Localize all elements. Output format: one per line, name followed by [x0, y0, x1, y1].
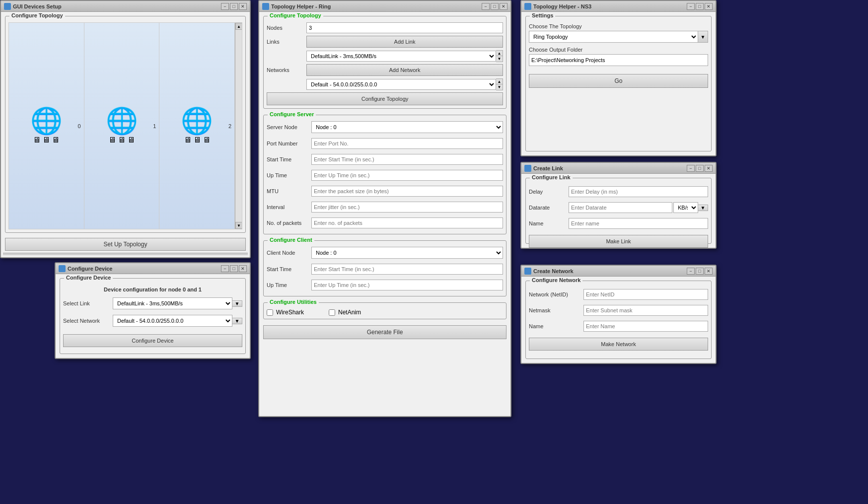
topology-ring-minimize[interactable]: −: [482, 3, 490, 10]
cl-datarate-unit[interactable]: KB/s MB/s GB/s: [673, 202, 698, 213]
gui-devices-statusbar: [3, 253, 248, 255]
cl-group-label: Configure Link: [530, 174, 573, 180]
ns3-minimize[interactable]: −: [687, 3, 695, 10]
packets-input[interactable]: [311, 217, 503, 228]
link-scroll-down[interactable]: ▼: [496, 56, 503, 62]
topo-configure-label: Configure Topology: [268, 12, 323, 18]
topology-ring-window: Topology Helper - Ring − □ ✕ Configure T…: [258, 0, 511, 417]
cn-minimize[interactable]: −: [687, 268, 695, 275]
up-time-input[interactable]: [311, 170, 503, 181]
configure-device-btn[interactable]: Configure Device: [63, 334, 242, 347]
cl-datarate-input[interactable]: [569, 202, 672, 213]
cn-name-input[interactable]: [583, 321, 708, 332]
netanim-checkbox[interactable]: [329, 309, 335, 316]
folder-input[interactable]: [529, 54, 708, 66]
configure-utilities-label: Configure Utilities: [268, 299, 319, 305]
ns3-maximize[interactable]: □: [696, 3, 704, 10]
server-node-label: Server Node: [267, 124, 311, 130]
port-input[interactable]: [311, 138, 503, 149]
cn-group: Configure Network Network (NetID) Netmas…: [525, 281, 712, 359]
ns3-settings-group: Settings Choose The Topology Ring Topolo…: [525, 16, 712, 151]
nodes-input[interactable]: [306, 22, 503, 33]
cd-network-select[interactable]: Default - 54.0.0.0/255.0.0.0: [113, 315, 232, 327]
cl-unit-arrow[interactable]: ▼: [698, 205, 708, 211]
client-up-input[interactable]: [311, 280, 503, 290]
netanim-row[interactable]: NetAnim: [329, 309, 361, 316]
cn-netid-input[interactable]: [583, 289, 708, 300]
scroll-down-arrow[interactable]: ▼: [235, 222, 242, 229]
cl-name-label: Name: [529, 220, 569, 226]
topology-select[interactable]: Ring Topology: [529, 31, 698, 43]
cd-close[interactable]: ✕: [239, 265, 247, 272]
cn-name-row: Name: [529, 321, 708, 332]
make-link-btn[interactable]: Make Link: [529, 235, 708, 248]
setup-topology-btn[interactable]: Set Up Topology: [5, 238, 246, 251]
cd-group: Configure Device Device configuration fo…: [60, 278, 246, 354]
cl-close[interactable]: ✕: [705, 165, 713, 172]
topo-configure-group: Configure Topology Nodes Links Add Link …: [263, 16, 506, 109]
link-select[interactable]: DefaultLink - 3ms,500MB/s: [306, 51, 496, 62]
cn-maximize[interactable]: □: [696, 268, 704, 275]
topology-ring-maximize[interactable]: □: [491, 3, 499, 10]
make-network-btn[interactable]: Make Network: [529, 338, 708, 351]
cl-delay-input[interactable]: [569, 186, 708, 197]
cd-maximize[interactable]: □: [230, 265, 238, 272]
gui-devices-minimize[interactable]: −: [221, 3, 229, 10]
up-time-row: Up Time: [267, 170, 503, 181]
topology-dropdown-arrow[interactable]: ▼: [698, 31, 708, 43]
topology-ring-close[interactable]: ✕: [500, 3, 507, 10]
create-network-titlebar: Create Network − □ ✕: [521, 266, 716, 277]
networks-row: Networks Add Network: [267, 64, 503, 76]
gui-devices-maximize[interactable]: □: [230, 3, 238, 10]
cd-network-arrow[interactable]: ▼: [232, 318, 242, 324]
link-scroll-up[interactable]: ▲: [496, 51, 503, 56]
cd-minimize[interactable]: −: [221, 265, 229, 272]
add-link-btn[interactable]: Add Link: [306, 36, 503, 48]
mtu-input[interactable]: [311, 186, 503, 197]
cl-name-input[interactable]: [569, 218, 708, 229]
mtu-row: MTU: [267, 186, 503, 197]
client-start-row: Start Time: [267, 264, 503, 275]
gui-devices-close[interactable]: ✕: [239, 3, 247, 10]
node-1-globe: 🌐: [106, 108, 138, 134]
create-link-window: Create Link − □ ✕ Configure Link Delay D…: [520, 162, 717, 249]
start-time-label: Start Time: [267, 156, 311, 162]
create-network-controls: − □ ✕: [687, 268, 713, 275]
cl-delay-label: Delay: [529, 189, 569, 195]
cd-link-row: Select Link DefaultLink - 3ms,500MB/s ▼: [63, 297, 242, 309]
network-scroll-up[interactable]: ▲: [496, 79, 503, 84]
node-0-computer3: 🖥: [52, 136, 60, 144]
generate-file-btn[interactable]: Generate File: [263, 325, 506, 339]
links-row: Links Add Link: [267, 36, 503, 48]
topology-ns3-titlebar: Topology Helper - NS3 − □ ✕: [521, 1, 716, 12]
cl-maximize[interactable]: □: [696, 165, 704, 172]
topology-ring-title: Topology Helper - Ring: [262, 3, 331, 10]
network-scroll-down[interactable]: ▼: [496, 84, 503, 90]
wireshark-checkbox[interactable]: [267, 309, 273, 316]
scroll-up-arrow[interactable]: ▲: [235, 23, 242, 30]
configure-server-group: Configure Server Server Node Node : 0 Po…: [263, 115, 506, 234]
interval-input[interactable]: [311, 202, 503, 213]
server-node-select[interactable]: Node : 0: [311, 121, 503, 133]
cd-link-arrow[interactable]: ▼: [232, 300, 242, 307]
interval-row: Interval: [267, 202, 503, 213]
client-node-select[interactable]: Node : 0: [311, 247, 503, 259]
client-up-row: Up Time: [267, 280, 503, 290]
cl-minimize[interactable]: −: [687, 165, 695, 172]
wireshark-label: WireShark: [276, 309, 304, 316]
start-time-input[interactable]: [311, 154, 503, 165]
add-network-btn[interactable]: Add Network: [306, 64, 503, 76]
network-select[interactable]: Default - 54.0.0.0/255.0.0.0: [306, 79, 496, 90]
wireshark-row[interactable]: WireShark: [267, 309, 304, 316]
cd-link-select[interactable]: DefaultLink - 3ms,500MB/s: [113, 297, 232, 309]
configure-topology-btn[interactable]: Configure Topology: [267, 92, 503, 105]
cn-netmask-input[interactable]: [583, 305, 708, 316]
configure-device-titlebar: Configure Device − □ ✕: [56, 263, 250, 274]
link-dropdown-row: DefaultLink - 3ms,500MB/s ▲ ▼: [306, 50, 503, 62]
go-btn[interactable]: Go: [529, 74, 708, 88]
ns3-close[interactable]: ✕: [705, 3, 713, 10]
start-time-row: Start Time: [267, 154, 503, 165]
client-start-input[interactable]: [311, 264, 503, 275]
node-2-area: 🌐 🖥 🖥 🖥 2: [159, 23, 235, 229]
cn-close[interactable]: ✕: [705, 268, 713, 275]
